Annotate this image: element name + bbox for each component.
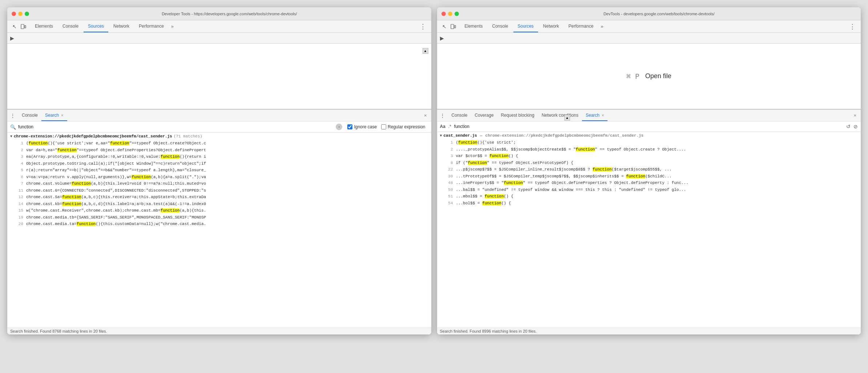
left-tabs: Elements Console Sources Network Perform… bbox=[31, 20, 176, 32]
table-row[interactable]: 14 chrome.cast.kb=function(a,b,c,d){this… bbox=[7, 201, 431, 208]
svg-rect-0 bbox=[21, 24, 24, 29]
right-drawer-tab-search[interactable]: Search × bbox=[582, 110, 607, 121]
left-tab-sources[interactable]: Sources bbox=[84, 20, 108, 32]
right-scroll-up-button[interactable]: ▲ bbox=[564, 115, 570, 121]
left-drawer-tab-console[interactable]: Console bbox=[18, 110, 41, 121]
left-result-match-count: (71 matches) bbox=[174, 134, 202, 139]
right-drawer-close-x[interactable]: × bbox=[852, 113, 858, 118]
right-drawer-tab-console[interactable]: Console bbox=[448, 110, 471, 121]
left-maximize-button[interactable] bbox=[25, 12, 29, 16]
right-devtools-window: DevTools - developers.google.com/web/too… bbox=[437, 7, 861, 334]
right-main-content: ⌘ P Open file ▲ ⋮ Console Coverage Reque… bbox=[437, 44, 861, 334]
table-row[interactable]: 50 ...bal$$ = "undefined" != typeof wind… bbox=[437, 186, 861, 193]
table-row[interactable]: 4 Object.prototype.toString.call(a);if("… bbox=[7, 160, 431, 167]
right-drawer-tab-coverage[interactable]: Coverage bbox=[471, 110, 497, 121]
right-file-triangle-icon: ▼ bbox=[440, 134, 442, 138]
right-device-icon[interactable] bbox=[449, 22, 457, 31]
right-panel-toggle-icon[interactable]: ▶ bbox=[440, 35, 444, 41]
right-window-title: DevTools - developers.google.com/web/too… bbox=[462, 12, 857, 16]
right-tab-sources[interactable]: Sources bbox=[513, 20, 538, 32]
left-search-input[interactable] bbox=[18, 124, 334, 129]
left-window-title: Developer Tools - https://developers.goo… bbox=[32, 12, 427, 16]
left-regex-checkbox[interactable] bbox=[381, 124, 386, 129]
table-row[interactable]: 3 ea(Array.prototype,a,{configurable:!0,… bbox=[7, 153, 431, 160]
left-tab-console[interactable]: Console bbox=[58, 20, 83, 32]
left-tab-network[interactable]: Network bbox=[109, 20, 134, 32]
table-row[interactable]: 12 chrome.cast.Sa=function(a,b,c){this.r… bbox=[7, 194, 431, 201]
right-aa-label: Aa bbox=[440, 124, 445, 129]
table-row[interactable]: 6 v=oa:v=pa;return v.apply(null,argument… bbox=[7, 174, 431, 181]
right-drawer-tabs-bar: ⋮ Console Coverage Request blocking Netw… bbox=[437, 110, 861, 121]
left-close-button[interactable] bbox=[12, 12, 16, 16]
right-maximize-button[interactable] bbox=[455, 12, 459, 16]
right-search-input[interactable] bbox=[454, 124, 843, 129]
left-main-toolbar: ↖ Elements Console Sources Network Perfo… bbox=[7, 20, 431, 33]
right-tab-console[interactable]: Console bbox=[488, 20, 513, 32]
left-main-content: ▲ ⋮ Console Search × × 🔍 × bbox=[7, 44, 431, 334]
table-row[interactable]: 1 (function(){'use strict';var e,aa="fun… bbox=[7, 140, 431, 147]
right-settings-menu[interactable]: ⋮ bbox=[847, 23, 858, 31]
right-result-file-header[interactable]: ▼ cast_sender.js — chrome-extension://pk… bbox=[437, 132, 861, 139]
left-scroll-up-button[interactable]: ▲ bbox=[423, 48, 428, 54]
right-close-button[interactable] bbox=[441, 12, 446, 16]
right-more-tabs[interactable]: » bbox=[598, 24, 605, 29]
table-row[interactable]: 2 var da=h,ea="function"==typeof Object.… bbox=[7, 147, 431, 154]
table-row[interactable]: 20 chrome.cast.media.ta=function(){this.… bbox=[7, 221, 431, 228]
left-tab-performance[interactable]: Performance bbox=[134, 20, 168, 32]
right-cancel-icon[interactable]: ⊘ bbox=[853, 124, 858, 129]
table-row[interactable]: 19 chrome.cast.media.tb={SANS_SERIF:"SAN… bbox=[7, 214, 431, 221]
table-row[interactable]: 15 w("chrome.cast.Receiver",chrome.cast.… bbox=[7, 207, 431, 214]
table-row[interactable]: 48 ...ineProperty$$ = "function" == type… bbox=[437, 180, 861, 186]
left-regex-label[interactable]: Regular expression bbox=[381, 124, 425, 129]
left-search-clear-button[interactable]: × bbox=[336, 124, 342, 130]
left-panel-toggle-icon[interactable]: ▶ bbox=[10, 35, 14, 41]
left-settings-menu[interactable]: ⋮ bbox=[417, 23, 428, 31]
svg-rect-3 bbox=[455, 25, 456, 28]
right-tab-network[interactable]: Network bbox=[539, 20, 564, 32]
left-device-icon[interactable] bbox=[19, 22, 28, 31]
left-secondary-toolbar: ▶ bbox=[7, 33, 431, 44]
right-tab-elements[interactable]: Elements bbox=[460, 20, 487, 32]
right-refresh-icon[interactable]: ↺ bbox=[846, 124, 851, 129]
left-file-triangle-icon: ▼ bbox=[10, 135, 12, 139]
svg-rect-1 bbox=[25, 25, 26, 28]
right-drawer-menu-icon[interactable]: ⋮ bbox=[440, 113, 445, 119]
left-drawer-tabs-bar: ⋮ Console Search × × bbox=[7, 110, 431, 121]
right-status-bar: Search finished. Found 8996 matching lin… bbox=[437, 328, 861, 334]
table-row[interactable]: 5 r(a);return"array"==b||"object"==b&&"n… bbox=[7, 167, 431, 174]
right-drawer-tab-request-blocking[interactable]: Request blocking bbox=[497, 110, 538, 121]
left-more-tabs[interactable]: » bbox=[169, 24, 176, 29]
right-main-toolbar: ↖ Elements Console Sources Network Perfo… bbox=[437, 20, 861, 33]
left-drawer-menu-icon[interactable]: ⋮ bbox=[10, 113, 15, 119]
left-devtools-window: Developer Tools - https://developers.goo… bbox=[7, 7, 431, 334]
left-result-file-header[interactable]: ▼ chrome-extension://pkedcjkdefgpdelpbcm… bbox=[7, 133, 431, 140]
right-cursor-icon[interactable]: ↖ bbox=[440, 22, 449, 31]
right-minimize-button[interactable] bbox=[448, 12, 452, 16]
table-row[interactable]: 11 chrome.cast.G={CONNECTED:"connected",… bbox=[7, 187, 431, 194]
left-title-bar: Developer Tools - https://developers.goo… bbox=[7, 7, 431, 20]
table-row[interactable]: 22 ...p$jscomp$7$$ = $JSCompiler_inline_… bbox=[437, 166, 861, 173]
left-search-options: Ignore case Regular expression bbox=[344, 124, 428, 129]
table-row[interactable]: 7 chrome.cast.Volume=function(a,b){this.… bbox=[7, 180, 431, 187]
left-cursor-icon[interactable]: ↖ bbox=[10, 22, 19, 31]
right-tab-performance[interactable]: Performance bbox=[564, 20, 598, 32]
table-row[interactable]: 3 var $ctor$$ = function() { bbox=[437, 153, 861, 160]
left-minimize-button[interactable] bbox=[18, 12, 23, 16]
right-search-tab-close[interactable]: × bbox=[602, 113, 604, 117]
left-result-file-path: chrome-extension://pkedcjkdefgpdelpbcmbm… bbox=[14, 134, 172, 139]
table-row[interactable]: 30 ...tPrototypeOf$$ = $JSCompiler_temp$… bbox=[437, 173, 861, 180]
left-drawer-close-x[interactable]: × bbox=[423, 113, 428, 118]
left-ignore-case-checkbox[interactable] bbox=[347, 124, 352, 129]
left-drawer-tab-search[interactable]: Search × bbox=[41, 110, 67, 121]
table-row[interactable]: 54 ...bol$$ = function() { bbox=[437, 200, 861, 207]
right-drawer-tab-network-conditions[interactable]: Network conditions bbox=[538, 110, 582, 121]
table-row[interactable]: 51 ...mbol$$ = function() { bbox=[437, 193, 861, 200]
left-tab-elements[interactable]: Elements bbox=[31, 20, 57, 32]
left-ignore-case-label[interactable]: Ignore case bbox=[347, 124, 377, 129]
table-row[interactable]: 1 (function(){'use strict'; bbox=[437, 139, 861, 146]
left-search-tab-close[interactable]: × bbox=[61, 113, 63, 117]
table-row[interactable]: 2 ...._prototypeAlias$$, $$jscomp$object… bbox=[437, 146, 861, 153]
right-result-file-path: chrome-extension://pkedcjkdefgpdelpbcmbm… bbox=[485, 133, 644, 138]
table-row[interactable]: 8 if ("function" == typeof Object.setPro… bbox=[437, 160, 861, 167]
left-search-bar: 🔍 × Ignore case Regular expression bbox=[7, 121, 431, 133]
